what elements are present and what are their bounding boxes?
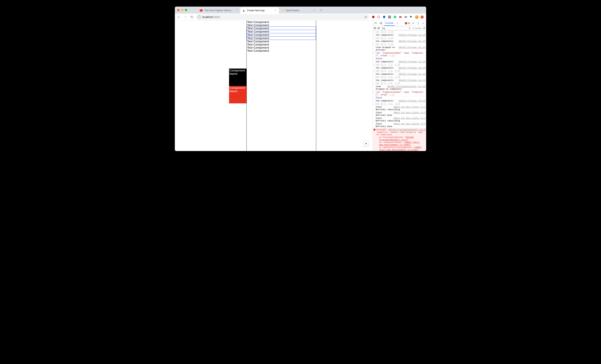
- source-link[interactable]: VM942 hot-dev-client.js:1: [393, 117, 425, 120]
- source-link[interactable]: VM1422 Preview.jsx:15: [399, 40, 425, 43]
- preview-component-row[interactable]: Test Component: [247, 40, 316, 43]
- console-error-message[interactable]: VM1426 PreviewComponent.jsx:9Uncaught Ty…: [373, 128, 426, 151]
- console-sidebar-toggle[interactable]: [374, 27, 376, 30]
- clear-console-button[interactable]: [377, 27, 380, 30]
- browser-tab[interactable]: The Prize Fighter Inferno - Sta…: [198, 7, 240, 14]
- bookmark-icon[interactable]: [364, 15, 367, 19]
- console-message[interactable]: false: [373, 57, 426, 61]
- hidden-messages-count[interactable]: 12 hidden: [412, 27, 422, 30]
- devtools-tab-console[interactable]: Console: [384, 20, 395, 26]
- console-message[interactable]: (2) [{…}, {…}]: [373, 43, 426, 46]
- error-count-badge[interactable]: × 21: [405, 22, 410, 25]
- devtools-close-button[interactable]: [421, 21, 425, 25]
- console-message[interactable]: VM1422 Preview.jsx:15item dropped on pre…: [373, 46, 426, 52]
- console-message[interactable]: (3) [{…}, {…}, {…}]: [373, 103, 426, 106]
- preview-component-row[interactable]: Test Component: [247, 33, 316, 37]
- inspect-element-button[interactable]: [374, 21, 378, 25]
- content-area: Test ComponentTest ComponentTest Compone…: [175, 20, 426, 151]
- console-message[interactable]: VM1422 Preview.jsx:15the components: [373, 34, 426, 37]
- console-message[interactable]: VM1422 Preview.jsx:15the components: [373, 40, 426, 43]
- console-message[interactable]: VM1422 Preview.jsx:15the components: [373, 67, 426, 70]
- preview-component-row[interactable]: Test Component: [247, 30, 316, 33]
- minimize-window-button[interactable]: [181, 9, 183, 11]
- browser-tab[interactable]: ▲Create Next App: [240, 7, 279, 14]
- youtube-favicon-icon: [200, 9, 203, 12]
- browser-tab[interactable]: ⚡OpenChakra: [279, 7, 318, 14]
- source-link[interactable]: VM942 hot-dev-client.js:1: [393, 111, 425, 114]
- palette-item[interactable]: Component Name: [229, 86, 247, 103]
- console-message[interactable]: VM942 hot-dev-client.js:1[Fast Refresh] …: [373, 117, 426, 122]
- device-toolbar-button[interactable]: [379, 21, 383, 25]
- palette-item[interactable]: Component Name: [229, 69, 247, 86]
- reload-button[interactable]: [189, 14, 195, 20]
- console-message[interactable]: {id: "ComponentName", type: "Component",…: [373, 52, 426, 57]
- execution-context-selector[interactable]: top ▾: [381, 27, 411, 30]
- console-message[interactable]: (2) [{…}, {…}]: [373, 37, 426, 40]
- ublock-icon[interactable]: [371, 15, 375, 19]
- new-tab-button[interactable]: [319, 7, 324, 13]
- address-bar[interactable]: i localhost:3000: [196, 14, 369, 20]
- maximize-window-button[interactable]: [185, 9, 187, 11]
- tab-close-button[interactable]: [313, 9, 316, 12]
- notion-icon[interactable]: [388, 15, 391, 19]
- puzzle-icon[interactable]: [410, 15, 413, 19]
- o-circle-icon[interactable]: O: [420, 15, 424, 19]
- source-link[interactable]: VM1422 Preview.jsx:15: [399, 61, 425, 63]
- console-message[interactable]: (3) [{…}, {…}, {…}]: [373, 82, 426, 85]
- close-window-button[interactable]: [177, 9, 180, 11]
- source-link[interactable]: VM1403 PreviewContainer.jsx:20: [387, 85, 425, 88]
- forward-button[interactable]: [183, 14, 188, 20]
- source-link[interactable]: VM1422 Preview.jsx:15: [399, 67, 425, 69]
- source-link[interactable]: VM1426 PreviewComponent.jsx:9: [388, 129, 425, 131]
- console-message[interactable]: VM942 hot-dev-client.js:1[Fast Refresh] …: [373, 106, 426, 111]
- error-icon: ×: [405, 22, 407, 24]
- grammarly-icon[interactable]: S: [393, 15, 397, 19]
- source-link[interactable]: VM942 hot-dev-client.js:1: [393, 123, 425, 125]
- preview-component-row[interactable]: Test Component: [247, 36, 316, 40]
- console-message[interactable]: false: [373, 96, 426, 100]
- tab-close-button[interactable]: [274, 9, 277, 12]
- preview-component-row[interactable]: Test Component: [247, 20, 316, 24]
- source-link[interactable]: VM1422 Preview.jsx:15: [399, 100, 425, 102]
- devtools-menu-button[interactable]: [416, 21, 420, 25]
- console-message[interactable]: (3) [{…}, {…}, {…}]: [373, 63, 426, 67]
- preview-component-row[interactable]: Test Component: [247, 49, 316, 52]
- source-link[interactable]: VM1422 Preview.jsx:15: [399, 46, 425, 49]
- lastpass-icon[interactable]: [399, 15, 402, 19]
- console-message[interactable]: VM942 hot-dev-client.js:1[Fast Refresh] …: [373, 111, 426, 117]
- eyedropper-icon[interactable]: [404, 15, 408, 19]
- console-message[interactable]: (3) [{…}, {…}, {…}]: [373, 70, 426, 73]
- preview-component-row[interactable]: Test Component: [247, 43, 316, 46]
- console-message[interactable]: {id: "ComponentName", type: "Component",…: [373, 91, 426, 96]
- page-viewport[interactable]: Test ComponentTest ComponentTest Compone…: [175, 20, 373, 151]
- palette-icon[interactable]: [377, 15, 381, 19]
- console-message[interactable]: (2) [{…}, {…}]: [373, 30, 426, 34]
- source-link[interactable]: VM1422 Preview.jsx:15: [399, 73, 425, 76]
- devtools-more-tabs[interactable]: [395, 21, 400, 25]
- console-log[interactable]: (2) [{…}, {…}]VM1422 Preview.jsx:15the c…: [373, 30, 426, 151]
- console-settings-button[interactable]: [423, 27, 425, 30]
- tab-close-button[interactable]: [236, 9, 238, 12]
- preview-canvas[interactable]: Test ComponentTest ComponentTest Compone…: [247, 20, 316, 151]
- console-message[interactable]: (3) [{…}, {…}, {…}]: [373, 76, 426, 79]
- console-message[interactable]: VM1422 Preview.jsx:15the components: [373, 61, 426, 63]
- console-message[interactable]: VM1422 Preview.jsx:15the components: [373, 100, 426, 103]
- console-message[interactable]: VM942 hot-dev-client.js:1[Fast Refresh] …: [373, 122, 426, 128]
- source-link[interactable]: VM1422 Preview.jsx:15: [399, 79, 425, 82]
- svg-point-16: [418, 24, 418, 24]
- svg-rect-8: [405, 16, 407, 18]
- console-message[interactable]: VM1403 PreviewContainer.jsx:20item dropp…: [373, 85, 426, 91]
- source-link[interactable]: VM1422 Preview.jsx:15: [399, 34, 425, 36]
- preview-component-row[interactable]: Test Component: [247, 24, 316, 27]
- console-message[interactable]: VM1422 Preview.jsx:15the components: [373, 79, 426, 82]
- back-button[interactable]: [176, 14, 181, 20]
- preview-component-row[interactable]: Test Component: [247, 46, 316, 49]
- bitwarden-icon[interactable]: [382, 15, 386, 19]
- devtools-settings-button[interactable]: [411, 21, 415, 25]
- avatar-icon[interactable]: [415, 15, 418, 19]
- console-message[interactable]: VM1422 Preview.jsx:15the components: [373, 73, 426, 76]
- source-link[interactable]: VM942 hot-dev-client.js:1: [393, 106, 425, 108]
- dev-indicator-button[interactable]: [363, 141, 369, 146]
- site-info-icon[interactable]: i: [198, 15, 201, 19]
- preview-component-row[interactable]: Test Component: [247, 27, 316, 30]
